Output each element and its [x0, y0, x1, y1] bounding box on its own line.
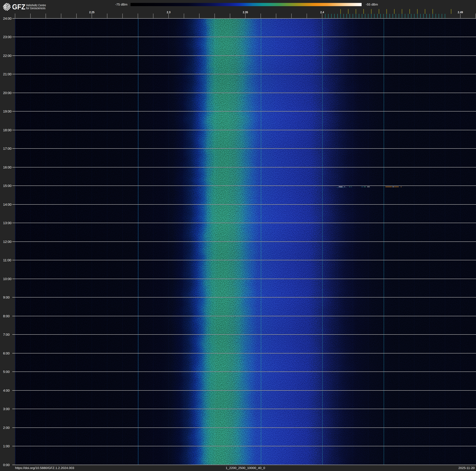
svg-text:1_2200_2500_10000_40_0: 1_2200_2500_10000_40_0: [226, 466, 265, 470]
svg-text:19:00: 19:00: [3, 109, 12, 113]
svg-text:20:00: 20:00: [3, 91, 12, 95]
svg-text:16:00: 16:00: [3, 165, 12, 169]
svg-text:15:00: 15:00: [3, 184, 12, 188]
svg-text:21:00: 21:00: [3, 72, 12, 76]
svg-text:for Geosciences: for Geosciences: [26, 6, 45, 10]
svg-text:2:00: 2:00: [3, 426, 10, 430]
svg-text:10:00: 10:00: [3, 277, 12, 281]
svg-text:-75 dBm: -75 dBm: [115, 3, 127, 6]
svg-text:13:00: 13:00: [3, 221, 12, 225]
svg-text:17:00: 17:00: [3, 147, 12, 150]
svg-text:2.35: 2.35: [243, 11, 248, 14]
svg-text:12:00: 12:00: [3, 240, 12, 244]
svg-text:2.25: 2.25: [89, 11, 94, 14]
svg-text:22:00: 22:00: [3, 54, 12, 58]
svg-text:4:00: 4:00: [3, 389, 10, 392]
svg-text:14:00: 14:00: [3, 203, 12, 206]
svg-text:2.4: 2.4: [320, 11, 324, 14]
svg-text:0:00: 0:00: [3, 463, 10, 467]
svg-text:3:00: 3:00: [3, 407, 10, 411]
svg-text:6:00: 6:00: [3, 351, 10, 355]
svg-text:2.3: 2.3: [167, 11, 170, 14]
svg-text:GFZ: GFZ: [12, 3, 25, 11]
svg-text:1:00: 1:00: [3, 444, 10, 448]
svg-text:18:00: 18:00: [3, 128, 12, 132]
svg-text:https://doi.org/10.5880/GFZ.1.: https://doi.org/10.5880/GFZ.1.2.2024.003: [15, 466, 74, 470]
svg-text:23:00: 23:00: [3, 35, 12, 39]
svg-text:2025-11-20: 2025-11-20: [458, 466, 475, 470]
svg-text:-55 dBm: -55 dBm: [366, 3, 378, 6]
svg-text:5:00: 5:00: [3, 370, 10, 374]
svg-text:7:00: 7:00: [3, 333, 10, 337]
svg-text:8:00: 8:00: [3, 314, 10, 318]
svg-text:11:00: 11:00: [3, 258, 11, 262]
svg-text:24:00: 24:00: [3, 17, 12, 20]
svg-text:2.49: 2.49: [458, 11, 463, 14]
svg-text:9:00: 9:00: [3, 295, 10, 299]
